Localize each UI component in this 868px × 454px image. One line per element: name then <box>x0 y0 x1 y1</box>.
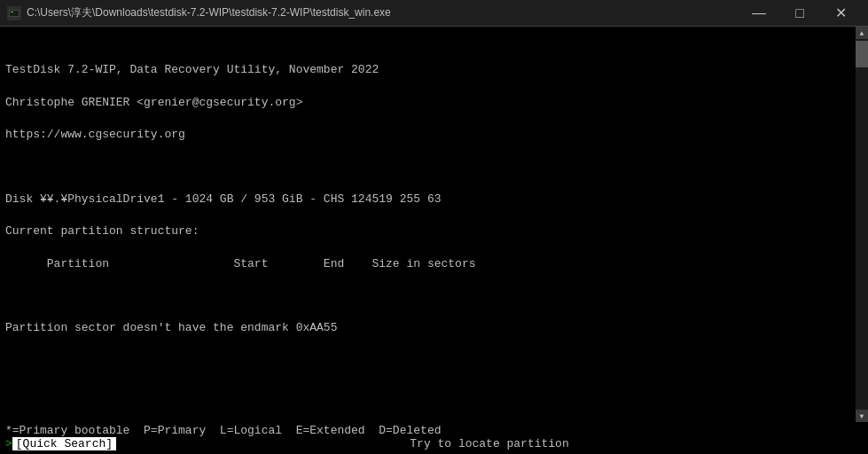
title-bar: C:\Users\淳夫\Downloads\testdisk-7.2-WIP\t… <box>0 0 868 27</box>
terminal-area: TestDisk 7.2-WIP, Data Recovery Utility,… <box>0 27 868 422</box>
legend-line: *=Primary bootable P=Primary L=Logical E… <box>0 424 868 437</box>
scrollbar[interactable]: ▲ ▼ <box>856 27 868 422</box>
maximize-button[interactable]: □ <box>779 0 820 27</box>
terminal-line <box>5 288 863 304</box>
app-icon <box>7 6 21 20</box>
terminal-line <box>5 385 863 401</box>
scroll-up-button[interactable]: ▲ <box>856 27 868 39</box>
close-button[interactable]: ✕ <box>820 0 861 27</box>
terminal-line: Partition sector doesn't have the endmar… <box>5 320 863 336</box>
terminal-line: TestDisk 7.2-WIP, Data Recovery Utility,… <box>5 62 863 78</box>
window-title: C:\Users\淳夫\Downloads\testdisk-7.2-WIP\t… <box>27 5 391 20</box>
svg-rect-3 <box>11 12 13 12</box>
help-text: Try to locate partition <box>116 437 863 450</box>
terminal-line: Christophe GRENIER <grenier@cgsecurity.o… <box>5 95 863 111</box>
scroll-down-button[interactable]: ▼ <box>856 410 868 422</box>
terminal-line: https://www.cgsecurity.org <box>5 127 863 143</box>
quick-search-button[interactable]: [Quick Search] <box>12 437 116 450</box>
terminal-line <box>5 418 863 419</box>
scrollbar-track[interactable] <box>856 39 868 410</box>
scrollbar-thumb[interactable] <box>856 41 868 67</box>
terminal-line <box>5 353 863 369</box>
title-bar-left: C:\Users\淳夫\Downloads\testdisk-7.2-WIP\t… <box>7 5 391 20</box>
terminal-output: TestDisk 7.2-WIP, Data Recovery Utility,… <box>5 30 863 419</box>
minimize-button[interactable]: — <box>739 0 779 27</box>
terminal-line <box>5 160 863 176</box>
svg-rect-2 <box>10 11 19 16</box>
quick-search-row: > [Quick Search] Try to locate partition <box>0 437 868 450</box>
terminal-line: Current partition structure: <box>5 223 863 239</box>
terminal-line: Partition Start End Size in sectors <box>5 256 863 272</box>
prompt-arrow: > <box>5 437 12 450</box>
bottom-area: *=Primary bootable P=Primary L=Logical E… <box>0 422 868 454</box>
window-controls: — □ ✕ <box>739 0 861 27</box>
terminal-line: Disk ¥¥.¥PhysicalDrive1 - 1024 GB / 953 … <box>5 192 863 207</box>
